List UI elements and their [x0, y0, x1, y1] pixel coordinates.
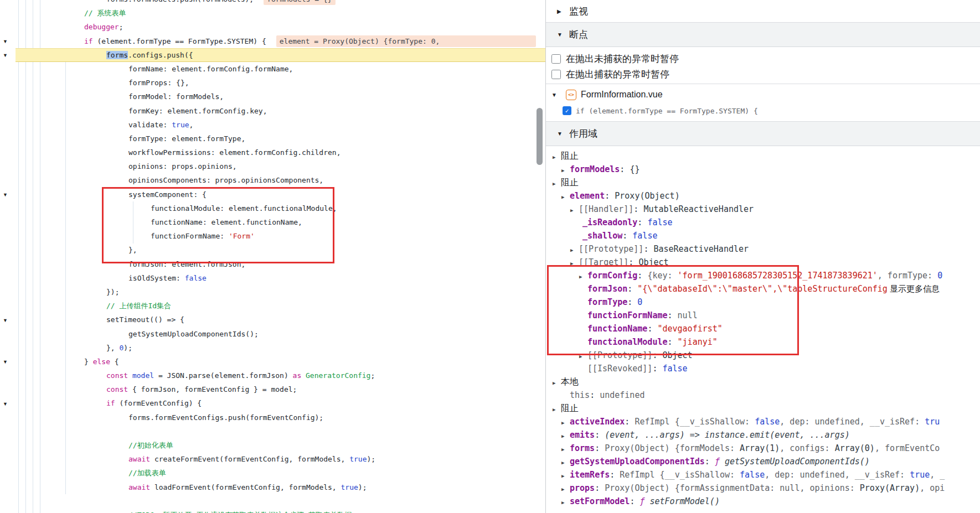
tree-expand-icon[interactable]: ▶	[561, 416, 570, 428]
code-line[interactable]: formModel: formModels,	[0, 90, 545, 103]
code-line[interactable]: //加载表单	[0, 466, 545, 480]
code-line[interactable]: validate: true,	[0, 118, 545, 132]
code-line[interactable]: await loadFormEvent(formEventConfig, for…	[0, 480, 545, 494]
vue-file-icon: <>	[566, 90, 576, 100]
red-annotation-box	[102, 187, 334, 263]
breakpoints-section-header[interactable]: ▼ 断点	[546, 23, 980, 47]
breakpoint-entry-code: if (element.formType == FormType.SYSTEM)…	[576, 107, 758, 115]
tree-expand-icon[interactable]: ▶	[561, 429, 570, 442]
code-line[interactable]: }, 0);	[0, 341, 545, 355]
breakpoints-section-label: 断点	[569, 28, 588, 41]
pause-caught-checkbox[interactable]	[551, 70, 561, 79]
breakpoint-enabled-checkbox[interactable]: ✓	[563, 106, 571, 115]
current-execution-line[interactable]: forms.configs.push({	[0, 48, 545, 62]
tree-expand-icon[interactable]: ▶	[561, 469, 570, 481]
editor-scrollbar-thumb[interactable]	[537, 108, 543, 165]
code-line[interactable]: });	[0, 285, 545, 299]
scope-section-header[interactable]: ▼ 作用域	[546, 122, 980, 146]
debugger-sidebar: ▶ 监视 ▼ 断点 在抛出未捕获的异常时暂停 在抛出捕获的异常时暂停 ▼ <> …	[546, 0, 980, 513]
tree-expand-icon[interactable]: ▶	[561, 190, 570, 203]
code-line[interactable]: formKey: element.formConfig.key,	[0, 104, 545, 118]
fold-arrow-icon[interactable]: ▼	[3, 52, 11, 59]
red-annotation-box	[547, 265, 799, 355]
code-line[interactable]: await createFormEvent(formEventConfig, f…	[0, 452, 545, 466]
code-line[interactable]	[0, 494, 545, 508]
code-line[interactable]: formName: element.formConfig.formName,	[0, 62, 545, 76]
scope-tree-row[interactable]: ▶本地	[546, 375, 980, 388]
inline-eval-badge: formModels = {}	[264, 0, 335, 5]
scope-tree-row[interactable]: ▶setFormModel: ƒ setFormModel()	[546, 495, 980, 508]
scope-tree-row[interactable]: ▶forms: Proxy(Object) {formModels: Array…	[546, 442, 980, 455]
fold-arrow-icon[interactable]: ▼	[3, 191, 11, 198]
tree-expand-icon[interactable]: ▶	[570, 204, 579, 216]
inline-eval-badge: element = Proxy(Object) {formType: 0,	[276, 35, 536, 47]
code-line[interactable]: workflowPermissions: element.formConfig.…	[0, 146, 545, 159]
pause-uncaught-label: 在抛出未捕获的异常时暂停	[566, 53, 679, 65]
pause-caught-row[interactable]: 在抛出捕获的异常时暂停	[546, 66, 980, 82]
tree-expand-icon[interactable]: ▶	[561, 496, 570, 508]
code-line[interactable]: //初始化表单	[0, 438, 545, 452]
tree-expand-icon[interactable]: ▶	[561, 164, 570, 176]
scope-tree-row[interactable]: ▶_isReadonly: false	[546, 216, 980, 229]
scope-tree-row[interactable]: ▶formModels: {}	[546, 163, 980, 176]
pause-uncaught-row[interactable]: 在抛出未捕获的异常时暂停	[546, 51, 980, 66]
fold-arrow-icon[interactable]: ▼	[3, 401, 11, 407]
tree-expand-icon[interactable]: ▶	[561, 456, 570, 468]
fold-arrow-icon[interactable]: ▼	[3, 317, 11, 324]
code-line[interactable]: formProps: {},	[0, 76, 545, 90]
scope-tree-row[interactable]: ▶props: Proxy(Object) {formAssignmentDat…	[546, 481, 980, 495]
breakpoint-file-row[interactable]: ▼ <> FormInformation.vue	[546, 87, 980, 102]
code-line[interactable]: const { formJson, formEventConfig } = mo…	[0, 382, 545, 396]
scope-tree-row[interactable]: ▶阻止	[546, 149, 980, 163]
watch-section-header[interactable]: ▶ 监视	[546, 0, 980, 23]
chevron-down-icon[interactable]: ▼	[557, 32, 569, 38]
code-line[interactable]: opinions: props.opinions,	[0, 159, 545, 173]
scope-tree-row[interactable]: ▶阻止	[546, 176, 980, 189]
scope-tree-row[interactable]: ▶[[IsRevoked]]: false	[546, 362, 980, 375]
code-line[interactable]: if (element.formType == FormType.SYSTEM)…	[0, 34, 545, 48]
breakpoint-file-group: ▼ <> FormInformation.vue ✓ if (element.f…	[546, 84, 980, 122]
code-line[interactable]: forms.formEventConfigs.push(formEventCon…	[0, 411, 545, 424]
chevron-right-icon[interactable]: ▶	[557, 8, 569, 14]
code-line[interactable]: // 上传组件Id集合	[0, 299, 545, 313]
code-line[interactable]: getSystemUploadComponentIds();	[0, 327, 545, 341]
breakpoint-entry[interactable]: ✓ if (element.formType == FormType.SYSTE…	[546, 102, 980, 119]
tree-expand-icon[interactable]: ▶	[570, 243, 579, 256]
code-line[interactable]: } else {	[0, 355, 545, 369]
tree-expand-icon[interactable]: ▶	[561, 483, 570, 495]
code-line[interactable]: // 系统表单	[0, 6, 545, 20]
scope-tree-row[interactable]: ▶activeIndex: RefImpl {__v_isShallow: fa…	[546, 415, 980, 428]
scope-tree-row[interactable]: ▶this: undefined	[546, 388, 980, 402]
tree-expand-icon[interactable]: ▶	[553, 151, 561, 163]
scope-tree-row[interactable]: ▶[[Prototype]]: BaseReactiveHandler	[546, 242, 980, 256]
code-line[interactable]: const model = JSON.parse(element.formJso…	[0, 369, 545, 382]
code-line[interactable]: setTimeout(() => {	[0, 313, 545, 327]
pause-uncaught-checkbox[interactable]	[551, 54, 561, 64]
watch-section-label: 监视	[569, 5, 588, 18]
code-line[interactable]	[0, 424, 545, 438]
code-line[interactable]: formType: element.formType,	[0, 132, 545, 146]
chevron-down-icon[interactable]: ▼	[551, 92, 564, 98]
scope-tree-row[interactable]: ▶getSystemUploadComponentIds: ƒ getSyste…	[546, 455, 980, 468]
code-line[interactable]: debugger;	[0, 20, 545, 34]
scope-tree-row[interactable]: ▶[[Handler]]: MutableReactiveHandler	[546, 203, 980, 216]
tree-expand-icon[interactable]: ▶	[553, 403, 561, 415]
scope-tree-row[interactable]: ▶element: Proxy(Object)	[546, 189, 980, 203]
code-line[interactable]: forms.formModels.push(formModels);formMo…	[0, 0, 545, 6]
tree-expand-icon[interactable]: ▶	[561, 443, 570, 455]
fold-arrow-icon[interactable]: ▼	[3, 38, 11, 45]
code-line[interactable]: //TODO: 暂不放开 工作流没有获取表单数据这个步骤 获取表单数据	[0, 508, 545, 513]
code-line[interactable]: if (formEventConfig) {	[0, 396, 545, 410]
code-line[interactable]: isOldSystem: false	[0, 271, 545, 285]
scope-tree-row[interactable]: ▶_shallow: false	[546, 229, 980, 242]
fold-arrow-icon[interactable]: ▼	[3, 359, 11, 365]
scope-tree-row[interactable]: ▶emits: (event, ...args) => instance.emi…	[546, 428, 980, 442]
code-line[interactable]: opinionsComponents: props.opinionsCompon…	[0, 173, 545, 187]
scope-section-label: 作用域	[569, 127, 597, 140]
tree-expand-icon[interactable]: ▶	[553, 376, 561, 388]
tree-expand-icon[interactable]: ▶	[553, 177, 561, 189]
chevron-down-icon[interactable]: ▼	[557, 131, 569, 137]
scope-tree-row[interactable]: ▶阻止	[546, 402, 980, 415]
scope-tree-row[interactable]: ▶itemRefs: RefImpl {__v_isShallow: false…	[546, 468, 980, 481]
exception-pause-options: 在抛出未捕获的异常时暂停 在抛出捕获的异常时暂停	[546, 47, 980, 84]
